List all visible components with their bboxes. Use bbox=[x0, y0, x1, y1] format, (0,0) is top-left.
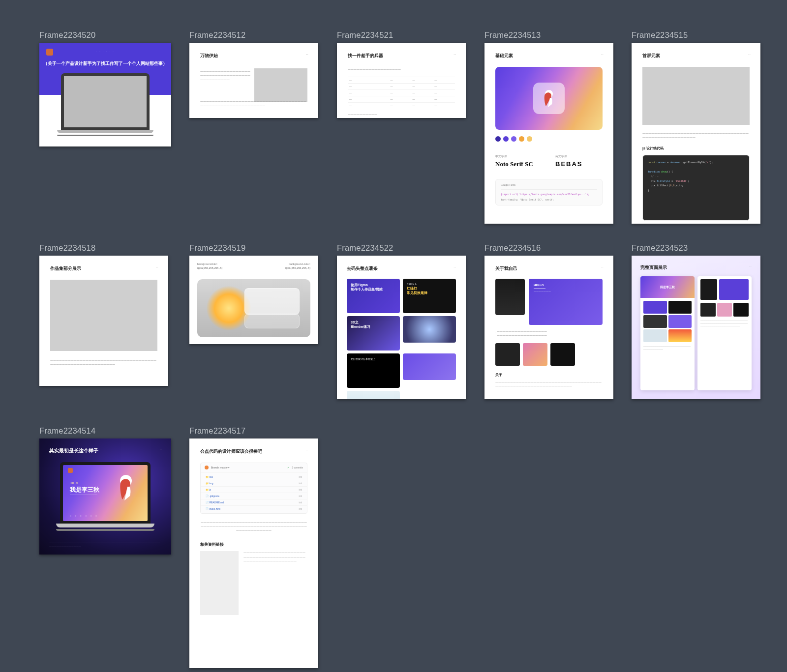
code-block: Google Fonts @import url('https://fonts.… bbox=[495, 179, 603, 205]
full-page-preview-left: 我是李三秋 一一一一一一一一一一一一一一一一一一一一一一一一一一一一一一一一一一 bbox=[640, 276, 695, 390]
body-text: 一一一一一一一一一一一一一一一一一一一一一一一一一一一一一一一一一一一一一一一一… bbox=[200, 100, 307, 108]
page-number-icon: ·· bbox=[749, 263, 752, 268]
font-en: BEBAS bbox=[555, 160, 603, 168]
color-palette bbox=[495, 135, 603, 144]
page-number-icon: ·· bbox=[306, 52, 308, 57]
portfolio-thumb: 3D之 Blender练习 bbox=[347, 316, 400, 351]
frame-2234518[interactable]: 作品集部分展示 ·· 一一一一一一一一一一一一一一一一一一一一一一一一一一一一一… bbox=[39, 256, 168, 386]
page-title: 基础元素 bbox=[495, 53, 603, 59]
page-number-icon: ·· bbox=[601, 52, 604, 57]
hero-image bbox=[495, 67, 603, 130]
frame-label: Frame2234512 bbox=[189, 30, 318, 40]
subheading: js 设计稿代码 bbox=[642, 146, 750, 151]
frame-2234520[interactable]: · · · · · · （关于一个产品设计新手为了找工作写了一个个人网站那些事） bbox=[39, 43, 171, 146]
frame-label: Frame2234523 bbox=[632, 243, 760, 253]
figma-canvas[interactable]: Frame2234520 · · · · · · （关于一个产品设计新手为了找工… bbox=[0, 0, 787, 672]
page-number-icon: ·· bbox=[601, 264, 604, 269]
frame-2234517[interactable]: 会点代码的设计师应该会很棒吧 ·· Branch: master ▾✓3 com… bbox=[189, 438, 318, 668]
portfolio-thumb: 把好的设计分享在途上 bbox=[347, 353, 400, 388]
full-page-preview-right: 一一一一一一一一一一一一一一一一一一一一一一一一一一一一一一一一一一一一一一一一… bbox=[697, 276, 752, 390]
frame-2234513[interactable]: 基础元素 ·· 中文字体Noto Serif SC 英文字体BEBAS Goog… bbox=[484, 43, 613, 224]
frame-2234515[interactable]: 首屏元素 ·· 一一一一一一一一一一一一一一一一一一一一一一一一一一一一一一一一… bbox=[632, 43, 760, 224]
repo-panel: Branch: master ▾✓3 commits 📁 cssinit 📁 i… bbox=[200, 463, 307, 514]
table-row: ———— bbox=[348, 103, 455, 109]
frame-label: Frame2234515 bbox=[632, 30, 760, 40]
font-cn: Noto Serif SC bbox=[495, 160, 543, 168]
frame-label: Frame2234521 bbox=[337, 30, 466, 40]
hero-title: （关于一个产品设计新手为了找工作写了一个个人网站那些事） bbox=[39, 60, 171, 67]
image-placeholder bbox=[254, 68, 307, 102]
frame-label: Frame2234517 bbox=[189, 426, 318, 436]
page-title: 万物伊始 bbox=[200, 53, 307, 59]
portfolio-thumb: 使用Figma 制作个人作品集/网站 bbox=[347, 279, 400, 313]
frame-2234521[interactable]: 找一件趁手的兵器 ·· 一一一一一一一一一一一一一一一一一一 ———— ————… bbox=[337, 43, 466, 118]
portfolio-thumb: CHINA红绿灯 常见切换规律 bbox=[403, 279, 456, 313]
frame-label: Frame2234519 bbox=[189, 243, 318, 253]
page-number-icon: ·· bbox=[160, 446, 162, 451]
hero-name: 我是李三秋 bbox=[70, 486, 99, 494]
page-number-icon: ·· bbox=[156, 264, 158, 269]
demo-surface bbox=[197, 279, 310, 337]
table-header-row: ———— bbox=[348, 77, 455, 84]
frame-2234522[interactable]: 去码头整点薯条 ·· 使用Figma 制作个人作品集/网站 CHINA红绿灯 常… bbox=[337, 256, 466, 399]
image-placeholder bbox=[642, 67, 750, 125]
subheading: 相关资料链接 bbox=[200, 542, 307, 547]
portfolio-thumb: DESIGN bbox=[403, 391, 456, 399]
frame-2234519[interactable]: background-blur:rgba(255,255,255,.5) bac… bbox=[189, 256, 318, 344]
page-number-icon: ·· bbox=[454, 52, 456, 57]
table-row: ———— bbox=[348, 90, 455, 96]
portfolio-thumb bbox=[403, 316, 456, 343]
frame-label: Frame2234514 bbox=[39, 426, 171, 436]
page-number-icon: ·· bbox=[454, 264, 456, 269]
code-thumb bbox=[200, 551, 239, 615]
page-title: 会点代码的设计师应该会很棒吧 bbox=[200, 448, 307, 455]
image-placeholder bbox=[50, 280, 157, 351]
portfolio-thumb bbox=[403, 353, 456, 380]
code-editor: const canvas = document.getElementById('… bbox=[642, 155, 750, 221]
bio-card: HELLO————一一一一一一一 bbox=[529, 279, 603, 325]
frame-2234514[interactable]: 其实最初是长这个样子 ·· HELLO 我是李三秋 一一一一一一一一一一一一一一… bbox=[39, 438, 171, 555]
page-number-icon: ·· bbox=[748, 52, 751, 57]
frame-label: Frame2234522 bbox=[337, 243, 466, 253]
table-row: ———— bbox=[348, 84, 455, 90]
page-title: 完整页面展示 bbox=[640, 264, 752, 271]
page-title: 去码头整点薯条 bbox=[347, 265, 456, 272]
frame-label: Frame2234520 bbox=[39, 30, 171, 40]
frame-2234516[interactable]: 关于我自己 ·· HELLO————一一一一一一一 · 一一一一一一一一一一一一… bbox=[484, 256, 613, 399]
avatar bbox=[495, 279, 525, 315]
page-number-icon: ·· bbox=[306, 447, 308, 452]
frame-label: Frame2234516 bbox=[484, 243, 613, 253]
page-title: 其实最初是长这个样子 bbox=[49, 447, 161, 454]
subheading: 关于 bbox=[495, 373, 603, 378]
frame-label: Frame2234518 bbox=[39, 243, 168, 253]
frame-2234512[interactable]: 万物伊始 ·· 一一一一一一一一一一一一一一一一一一一一一一一一一一一一一一一一… bbox=[189, 43, 318, 118]
body-text: 一一一一一一一一一一一一一一一一一一一一一一一一一一一一一一一一一一一一一一一一… bbox=[200, 70, 252, 82]
frame-label: Frame2234513 bbox=[484, 30, 613, 40]
page-title: 关于我自己 bbox=[495, 265, 603, 272]
page-title: 首屏元素 bbox=[642, 53, 750, 59]
logo-tile bbox=[533, 83, 565, 114]
page-title: 找一件趁手的兵器 bbox=[348, 53, 455, 59]
table-row: ———— bbox=[348, 96, 455, 103]
frame-2234523[interactable]: 完整页面展示 ·· 我是李三秋 一一一一一一一一一一一一一一一一一一一一一一一一… bbox=[632, 256, 760, 399]
nav: · · · · · · bbox=[39, 50, 171, 53]
portfolio-thumb bbox=[347, 391, 400, 399]
page-title: 作品集部分展示 bbox=[50, 265, 157, 272]
